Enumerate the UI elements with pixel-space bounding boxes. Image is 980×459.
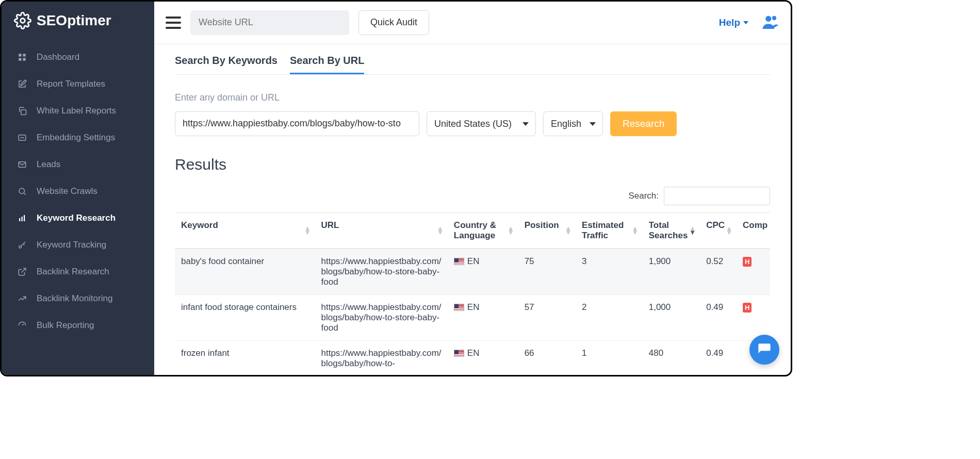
cell-cpc: 0.52 <box>700 249 737 295</box>
us-flag-icon <box>454 304 464 311</box>
brand-logo: SEOptimer <box>2 2 154 44</box>
cell-traffic: 2 <box>576 294 643 340</box>
sort-icon: ▲▼ <box>508 226 514 235</box>
table-row: frozen infant https://www.happiestbaby.c… <box>175 340 770 375</box>
sort-icon: ▲▼ <box>437 226 444 235</box>
grid-icon <box>17 52 27 62</box>
table-search-input[interactable] <box>664 187 770 205</box>
svg-line-18 <box>22 324 24 325</box>
col-url[interactable]: URL▲▼ <box>315 213 448 249</box>
help-label: Help <box>719 17 740 28</box>
language-select[interactable]: English <box>543 111 603 136</box>
cell-url: https://www.happiestbaby.com/blogs/baby/… <box>315 249 448 295</box>
sidebar-item-white-label[interactable]: White Label Reports <box>2 97 154 124</box>
sidebar-item-label: Dashboard <box>37 52 79 62</box>
results-table: Keyword▲▼ URL▲▼ Country & Language▲▼ Pos… <box>175 213 770 375</box>
nav-list: Dashboard Report Templates White Label R… <box>2 44 154 339</box>
results-heading: Results <box>175 156 770 173</box>
sidebar-item-backlink-research[interactable]: Backlink Research <box>2 258 154 285</box>
cell-searches: 1,900 <box>643 249 700 295</box>
sidebar-item-embedding[interactable]: Embedding Settings <box>2 124 154 151</box>
sidebar-item-label: Backlink Research <box>37 267 109 277</box>
col-position[interactable]: Position▲▼ <box>518 213 576 249</box>
menu-toggle-icon[interactable] <box>166 17 181 29</box>
svg-rect-1 <box>19 54 21 56</box>
trend-icon <box>17 293 27 304</box>
tab-search-keywords[interactable]: Search By Keywords <box>175 55 277 74</box>
search-tabs: Search By Keywords Search By URL <box>175 55 770 75</box>
chart-icon <box>17 213 27 223</box>
search-icon <box>17 186 27 196</box>
key-icon <box>17 240 27 250</box>
svg-rect-12 <box>22 217 23 221</box>
sidebar-item-label: Keyword Tracking <box>37 240 106 250</box>
sort-icon: ▲▼ <box>632 226 639 235</box>
svg-point-20 <box>772 16 776 20</box>
cell-comp: H <box>737 249 770 295</box>
sort-icon: ▲▼ <box>689 226 696 235</box>
sidebar-item-report-templates[interactable]: Report Templates <box>2 71 154 97</box>
domain-input[interactable] <box>175 111 419 136</box>
sidebar-item-label: Backlink Monitoring <box>37 293 112 304</box>
topbar: Quick Audit Help <box>154 2 791 44</box>
svg-line-16 <box>23 244 24 245</box>
country-select[interactable]: United States (US) <box>427 111 536 136</box>
mail-icon <box>17 159 27 170</box>
cell-traffic: 1 <box>576 340 643 375</box>
sidebar-item-dashboard[interactable]: Dashboard <box>2 44 154 71</box>
cell-position: 57 <box>518 294 576 340</box>
svg-rect-3 <box>19 58 21 61</box>
sort-icon: ▲▼ <box>304 226 311 235</box>
cell-url: https://www.happiestbaby.com/blogs/baby/… <box>315 294 448 340</box>
search-form: United States (US) English Research <box>175 111 770 136</box>
cell-url: https://www.happiestbaby.com/blogs/baby/… <box>315 340 448 375</box>
cell-comp: H <box>737 294 770 340</box>
table-row: baby's food container https://www.happie… <box>175 249 770 295</box>
table-search-label: Search: <box>628 191 659 201</box>
copy-icon <box>17 106 27 116</box>
website-url-input[interactable] <box>190 10 349 35</box>
svg-rect-2 <box>23 54 26 56</box>
cell-lang: EN <box>448 340 518 375</box>
col-searches[interactable]: Total Searches▲▼ <box>643 213 700 249</box>
sidebar-item-backlink-monitoring[interactable]: Backlink Monitoring <box>2 285 154 312</box>
sidebar-item-keyword-tracking[interactable]: Keyword Tracking <box>2 232 154 258</box>
brand-text: SEOptimer <box>37 12 111 29</box>
sidebar-item-label: Report Templates <box>37 79 105 89</box>
svg-point-19 <box>765 16 771 22</box>
col-cpc[interactable]: CPC▲▼ <box>700 213 737 249</box>
quick-audit-button[interactable]: Quick Audit <box>358 10 429 35</box>
svg-point-9 <box>19 188 25 194</box>
chat-widget-button[interactable] <box>749 335 779 365</box>
sidebar-item-keyword-research[interactable]: Keyword Research <box>2 205 154 232</box>
competition-badge: H <box>743 257 752 267</box>
svg-rect-5 <box>21 110 26 115</box>
sidebar-item-label: Website Crawls <box>37 186 97 196</box>
us-flag-icon <box>454 258 464 265</box>
cell-keyword: infant food storage containers <box>175 294 315 340</box>
sidebar-item-label: Keyword Research <box>37 213 116 223</box>
tab-search-url[interactable]: Search By URL <box>290 55 365 74</box>
edit-icon <box>17 79 27 89</box>
svg-line-17 <box>22 268 26 272</box>
col-country[interactable]: Country & Language▲▼ <box>448 213 518 249</box>
chat-icon <box>757 342 772 357</box>
embed-icon <box>17 133 27 143</box>
sort-icon: ▲▼ <box>565 226 571 235</box>
research-button[interactable]: Research <box>610 111 677 136</box>
account-icon[interactable] <box>762 14 779 31</box>
cell-position: 66 <box>518 340 576 375</box>
cell-keyword: baby's food container <box>175 249 315 295</box>
sidebar-item-bulk-reporting[interactable]: Bulk Reporting <box>2 312 154 339</box>
help-dropdown[interactable]: Help <box>719 17 748 28</box>
col-traffic[interactable]: Estimated Traffic▲▼ <box>576 213 643 249</box>
col-keyword[interactable]: Keyword▲▼ <box>175 213 315 249</box>
cell-cpc: 0.49 <box>700 294 737 340</box>
sidebar-item-crawls[interactable]: Website Crawls <box>2 178 154 205</box>
sidebar-item-leads[interactable]: Leads <box>2 151 154 178</box>
cell-lang: EN <box>448 294 518 340</box>
col-comp[interactable]: Comp <box>737 213 770 249</box>
svg-line-10 <box>24 193 25 194</box>
cell-position: 75 <box>518 249 576 295</box>
competition-badge: H <box>743 303 752 313</box>
